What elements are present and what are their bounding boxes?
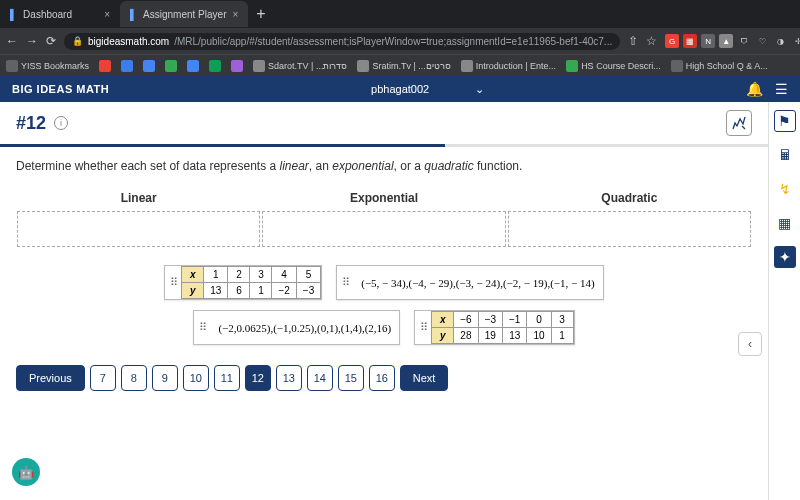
extensions: G ▦ N ▲ ⛉ ♡ ◑ ✢ ✦ ◻ ●	[665, 34, 800, 48]
menu-icon[interactable]: ☰	[775, 81, 788, 97]
calculator-button[interactable]: 🖩	[774, 144, 796, 166]
forward-icon[interactable]: →	[26, 34, 38, 48]
share-icon[interactable]: ⇧	[628, 34, 638, 48]
draggable-items: ⠿ x 12345 y 1361−2−3 ⠿ (−5, − 34),(−4, −…	[0, 247, 768, 355]
page-button[interactable]: 9	[152, 365, 178, 391]
draggable-coords-1[interactable]: ⠿ (−5, − 34),(−4, − 29),(−3, − 24),(−2, …	[336, 265, 603, 300]
close-icon[interactable]: ×	[232, 9, 238, 20]
back-icon[interactable]: ←	[6, 34, 18, 48]
drop-header-quadratic: Quadratic	[507, 185, 752, 211]
draggable-table-2[interactable]: ⠿ x −6−3−103 y 281913101	[414, 310, 574, 345]
data-table: x −6−3−103 y 281913101	[431, 311, 573, 344]
browser-navbar: ← → ⟳ 🔒 bigideasmath.com /MRL/public/app…	[0, 28, 800, 54]
question-prompt: Determine whether each set of data repre…	[0, 147, 768, 185]
extension-icon[interactable]: G	[665, 34, 679, 48]
help-fab[interactable]: 🤖	[12, 458, 40, 486]
next-button[interactable]: Next	[400, 365, 449, 391]
draggable-coords-2[interactable]: ⠿ (−2,0.0625),(−1,0.25),(0,1),(1,4),(2,1…	[193, 310, 400, 345]
drop-zone-exponential[interactable]	[262, 211, 505, 247]
bookmark-item[interactable]	[231, 60, 243, 72]
grip-icon: ⠿	[165, 276, 181, 289]
page-button[interactable]: 8	[121, 365, 147, 391]
page-button[interactable]: 14	[307, 365, 333, 391]
page-button[interactable]: 16	[369, 365, 395, 391]
robot-icon: 🤖	[18, 465, 34, 480]
pencil-graph-icon	[731, 115, 747, 131]
bookmark-item[interactable]: Sdarot.TV | ...סדרות	[253, 60, 347, 72]
extension-icon[interactable]: ▦	[683, 34, 697, 48]
bookmark-item[interactable]	[165, 60, 177, 72]
grip-icon: ⠿	[337, 276, 353, 289]
bookmark-icon	[357, 60, 369, 72]
drop-headers: Linear Exponential Quadratic	[0, 185, 768, 211]
highlighter-button[interactable]: ↯	[774, 178, 796, 200]
drop-zones	[0, 211, 768, 247]
main-area: #12 i Determine whether each set of data…	[0, 102, 768, 500]
bell-icon[interactable]: 🔔	[746, 81, 763, 97]
bookmark-item[interactable]: HS Course Descri...	[566, 60, 661, 72]
flag-button[interactable]: ⚑	[774, 110, 796, 132]
new-tab-button[interactable]: +	[248, 5, 273, 23]
draggable-table-1[interactable]: ⠿ x 12345 y 1361−2−3	[164, 265, 322, 300]
info-icon[interactable]: i	[54, 116, 68, 130]
page-button[interactable]: 13	[276, 365, 302, 391]
page-button[interactable]: 7	[90, 365, 116, 391]
content: #12 i Determine whether each set of data…	[0, 102, 800, 500]
scratchpad-button[interactable]	[726, 110, 752, 136]
bookmark-icon	[231, 60, 243, 72]
data-table: x 12345 y 1361−2−3	[181, 266, 321, 299]
extension-icon[interactable]: ▲	[719, 34, 733, 48]
previous-button[interactable]: Previous	[16, 365, 85, 391]
bookmark-item[interactable]	[209, 60, 221, 72]
bookmark-icon	[121, 60, 133, 72]
user-name: pbhagat002	[371, 83, 429, 95]
folder-icon	[6, 60, 18, 72]
bookmark-icon	[461, 60, 473, 72]
accessibility-button[interactable]: ✦	[774, 246, 796, 268]
bookmark-item[interactable]	[99, 60, 111, 72]
url-bar[interactable]: 🔒 bigideasmath.com /MRL/public/app/#/stu…	[64, 33, 620, 50]
extension-icon[interactable]: ⛉	[737, 34, 751, 48]
bookmark-item[interactable]	[121, 60, 133, 72]
bookmark-item[interactable]: Sratim.Tv | ...סרטים	[357, 60, 450, 72]
brand-logo: BIG IDEAS MATH	[12, 83, 109, 95]
bookmark-item[interactable]	[143, 60, 155, 72]
tab-assignment[interactable]: ▌ Assignment Player ×	[120, 1, 248, 27]
tab-dashboard[interactable]: ▌ Dashboard ×	[0, 1, 120, 27]
extension-icon[interactable]: ♡	[755, 34, 769, 48]
grip-icon: ⠿	[194, 321, 210, 334]
bookmark-item[interactable]: High School Q & A...	[671, 60, 768, 72]
lock-icon: 🔒	[72, 36, 83, 46]
bookmark-icon	[566, 60, 578, 72]
extension-icon[interactable]: ✢	[791, 34, 800, 48]
page-button[interactable]: 10	[183, 365, 209, 391]
coord-text: (−2,0.0625),(−1,0.25),(0,1),(1,4),(2,16)	[210, 318, 399, 338]
browser-tabs: ▌ Dashboard × ▌ Assignment Player × +	[0, 0, 800, 28]
bookmark-item[interactable]	[187, 60, 199, 72]
tab-title: Dashboard	[23, 9, 72, 20]
bookmarks-bar: YISS Bookmarks Sdarot.TV | ...סדרות Srat…	[0, 54, 800, 76]
pagination: Previous 7 8 9 10 11 12 13 14 15 16 Next	[0, 355, 768, 401]
calendar-button[interactable]: ▦	[774, 212, 796, 234]
drop-header-linear: Linear	[16, 185, 261, 211]
url-host: bigideasmath.com	[88, 36, 169, 47]
collapse-sidebar-button[interactable]: ‹	[738, 332, 762, 356]
page-button-current[interactable]: 12	[245, 365, 271, 391]
star-icon[interactable]: ☆	[646, 34, 657, 48]
close-icon[interactable]: ×	[104, 9, 110, 20]
extension-icon[interactable]: N	[701, 34, 715, 48]
drop-zone-quadratic[interactable]	[508, 211, 751, 247]
bookmark-icon	[671, 60, 683, 72]
user-selector[interactable]: pbhagat002 ⌄	[371, 83, 484, 96]
page-button[interactable]: 11	[214, 365, 240, 391]
reload-icon[interactable]: ⟳	[46, 34, 56, 48]
drop-zone-linear[interactable]	[17, 211, 260, 247]
page-button[interactable]: 15	[338, 365, 364, 391]
app-header: BIG IDEAS MATH pbhagat002 ⌄ 🔔 ☰	[0, 76, 800, 102]
bookmark-item[interactable]: Introduction | Ente...	[461, 60, 556, 72]
bookmark-item[interactable]: YISS Bookmarks	[6, 60, 89, 72]
extension-icon[interactable]: ◑	[773, 34, 787, 48]
url-path: /MRL/public/app/#/student/assessment;isP…	[174, 36, 612, 47]
tab-favicon: ▌	[10, 9, 17, 20]
coord-text: (−5, − 34),(−4, − 29),(−3, − 24),(−2, − …	[353, 273, 602, 293]
